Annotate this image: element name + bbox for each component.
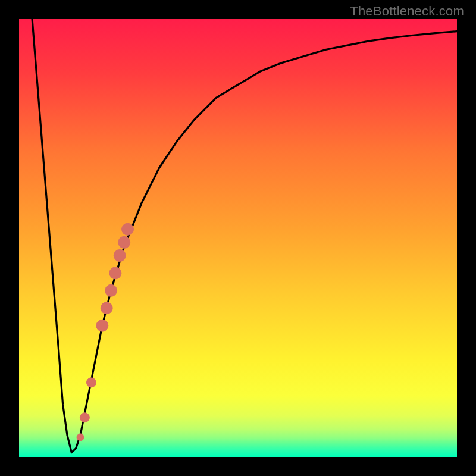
marker-dot bbox=[118, 236, 130, 248]
marker-dot bbox=[96, 320, 108, 331]
marker-dot bbox=[101, 302, 112, 314]
chart-frame: TheBottleneck.com bbox=[0, 0, 476, 476]
marker-dot bbox=[86, 378, 96, 387]
marker-dot bbox=[105, 284, 117, 296]
curve-layer bbox=[19, 19, 457, 457]
marker-dot bbox=[114, 249, 126, 261]
bottleneck-curve bbox=[32, 19, 457, 453]
marker-dot bbox=[122, 223, 134, 235]
marker-dot bbox=[109, 267, 121, 279]
plot-area bbox=[19, 19, 457, 457]
marker-dot bbox=[80, 413, 89, 422]
watermark-text: TheBottleneck.com bbox=[350, 4, 464, 19]
marker-dot bbox=[77, 434, 84, 441]
